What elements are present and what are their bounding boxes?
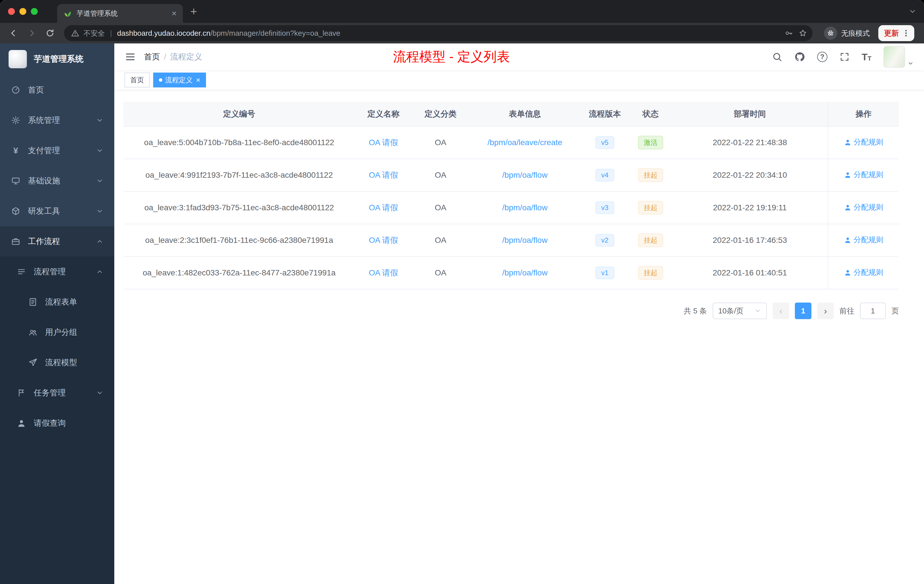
version-badge: v5 — [596, 136, 614, 149]
definition-name-link[interactable]: OA 请假 — [369, 268, 398, 277]
definition-category: OA — [412, 126, 469, 159]
tab-search-chevron-icon[interactable] — [909, 7, 924, 15]
url-text: dashboard.yudao.iocoder.cn/bpm/manager/d… — [117, 29, 340, 38]
user-icon — [844, 236, 851, 244]
github-icon[interactable] — [794, 51, 805, 62]
table-row: oa_leave:1:482ec033-762a-11ec-8477-a2380… — [124, 257, 899, 289]
security-label[interactable]: 不安全 — [83, 28, 105, 38]
col-action: 操作 — [828, 102, 899, 126]
browser-menu-kebab-icon[interactable] — [902, 29, 910, 38]
update-chip[interactable]: 更新 — [878, 25, 914, 41]
col-definition-category: 定义分类 — [412, 102, 469, 126]
goto-page-input[interactable] — [860, 303, 886, 319]
tag-label: 首页 — [130, 76, 144, 84]
back-button[interactable] — [5, 25, 22, 41]
sidebar-item-dev-tools[interactable]: 研发工具 — [0, 196, 114, 226]
form-link[interactable]: /bpm/oa/flow — [502, 203, 548, 212]
table-row: oa_leave:5:004b710b-7b8a-11ec-8ef0-acde4… — [124, 126, 899, 159]
dashboard-icon — [11, 85, 21, 95]
update-label[interactable]: 更新 — [884, 28, 899, 38]
sidebar-toggle-hamburger-icon[interactable] — [125, 51, 136, 63]
chevron-up-icon — [96, 268, 104, 276]
font-size-icon[interactable]: TT — [862, 52, 871, 62]
user-icon — [844, 171, 851, 178]
browser-tab[interactable]: 芋道管理系统 × — [57, 4, 183, 23]
version-badge: v4 — [596, 169, 614, 181]
assign-rule-link[interactable]: 分配规则 — [844, 235, 883, 245]
tag-home[interactable]: 首页 — [125, 73, 150, 87]
task-icon — [16, 388, 26, 398]
search-icon[interactable] — [772, 52, 782, 62]
definition-name-link[interactable]: OA 请假 — [369, 236, 398, 244]
main-content: 首页 / 流程定义 流程模型 - 定义列表 ? TT — [114, 43, 924, 584]
col-definition-id: 定义编号 — [124, 102, 355, 126]
form-link[interactable]: /bpm/oa/flow — [502, 171, 548, 180]
chevron-up-icon — [96, 238, 104, 245]
sidebar-item-home[interactable]: 首页 — [0, 75, 114, 105]
new-tab-button[interactable]: + — [185, 3, 202, 20]
tab-close-icon[interactable]: × — [172, 9, 177, 18]
sidebar-item-process-form[interactable]: 流程表单 — [0, 287, 114, 317]
goto-label: 前往 — [840, 306, 854, 316]
status-badge: 挂起 — [638, 201, 663, 214]
sidebar-item-process-model[interactable]: 流程模型 — [0, 347, 114, 378]
forward-button[interactable] — [23, 25, 40, 41]
sidebar-item-task-management[interactable]: 任务管理 — [0, 378, 114, 408]
breadcrumb-home[interactable]: 首页 — [144, 51, 160, 62]
definition-id: oa_leave:2:3c1f0ef1-76b1-11ec-9c66-a2380… — [124, 224, 355, 257]
status-badge: 挂起 — [638, 168, 663, 182]
traffic-lights — [0, 8, 46, 15]
url-path: /bpm/manager/definition?key=oa_leave — [210, 29, 340, 38]
reload-button[interactable] — [42, 25, 58, 41]
sidebar-logo[interactable]: 芋道管理系统 — [0, 43, 114, 75]
sidebar-menu: 首页 系统管理 ¥ 支付管理 基础设施 研发工具 工作流程 流程管理 流程表单 … — [0, 75, 114, 438]
help-icon[interactable]: ? — [817, 52, 827, 62]
chevron-down-icon — [96, 147, 104, 154]
form-link[interactable]: /bpm/oa/flow — [502, 236, 548, 244]
model-icon — [28, 358, 38, 368]
definition-id: oa_leave:1:482ec033-762a-11ec-8477-a2380… — [124, 257, 355, 289]
form-link[interactable]: /bpm/oa/leave/create — [487, 138, 562, 147]
prev-page-button[interactable]: ‹ — [772, 303, 789, 319]
bookmark-star-icon[interactable] — [798, 28, 807, 38]
assign-rule-link[interactable]: 分配规则 — [844, 202, 883, 212]
sidebar-item-process-management[interactable]: 流程管理 — [0, 257, 114, 287]
table-row: oa_leave:2:3c1f0ef1-76b1-11ec-9c66-a2380… — [124, 224, 899, 257]
user-icon — [844, 139, 851, 146]
infra-icon — [11, 176, 21, 186]
fullscreen-icon[interactable] — [840, 52, 850, 62]
sidebar-item-system-management[interactable]: 系统管理 — [0, 105, 114, 135]
page-number-button[interactable]: 1 — [795, 303, 812, 319]
assign-rule-link[interactable]: 分配规则 — [844, 267, 883, 277]
definition-name-link[interactable]: OA 请假 — [369, 138, 398, 147]
assign-rule-link[interactable]: 分配规则 — [844, 137, 883, 147]
app-shell: 芋道管理系统 首页 系统管理 ¥ 支付管理 基础设施 研发工具 工作流程 流程管… — [0, 43, 924, 584]
definition-name-link[interactable]: OA 请假 — [369, 203, 398, 212]
avatar-chevron-down-icon[interactable] — [908, 60, 914, 66]
form-link[interactable]: /bpm/oa/flow — [502, 268, 548, 277]
user-icon — [844, 269, 851, 276]
tag-close-icon[interactable]: × — [196, 76, 200, 84]
tag-process-definition[interactable]: 流程定义 × — [153, 73, 206, 87]
minimize-window-button[interactable] — [20, 8, 26, 15]
user-icon — [844, 204, 851, 211]
zoom-window-button[interactable] — [31, 8, 38, 15]
sidebar-item-infrastructure[interactable]: 基础设施 — [0, 166, 114, 196]
sidebar-item-leave-query[interactable]: 请假查询 — [0, 408, 114, 438]
url-omnibox[interactable]: 不安全 | dashboard.yudao.iocoder.cn/bpm/man… — [64, 25, 813, 41]
tools-icon — [11, 206, 21, 216]
yen-icon: ¥ — [11, 146, 21, 155]
sidebar-item-user-group[interactable]: 用户分组 — [0, 317, 114, 347]
next-page-button[interactable]: › — [817, 303, 834, 319]
close-window-button[interactable] — [8, 8, 15, 15]
password-key-icon[interactable] — [785, 29, 793, 38]
sidebar-item-workflow[interactable]: 工作流程 — [0, 226, 114, 257]
deploy-time: 2022-01-22 19:19:11 — [672, 191, 828, 224]
process-icon — [16, 267, 26, 277]
sidebar-item-payment-management[interactable]: ¥ 支付管理 — [0, 135, 114, 166]
definition-name-link[interactable]: OA 请假 — [369, 171, 398, 180]
gear-icon — [11, 115, 21, 125]
page-size-select[interactable]: 10条/页 — [713, 303, 767, 319]
assign-rule-link[interactable]: 分配规则 — [844, 170, 883, 180]
avatar[interactable] — [883, 46, 905, 68]
